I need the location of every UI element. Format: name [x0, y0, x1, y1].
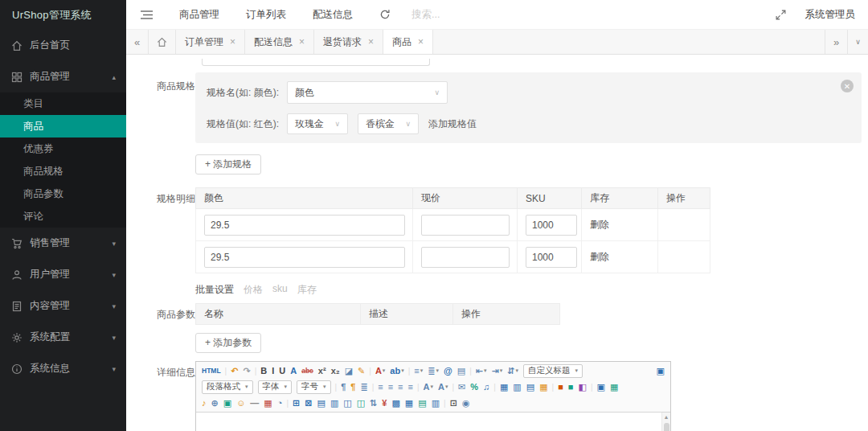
insert-col-icon[interactable]: ▥: [328, 396, 341, 410]
font-color-icon[interactable]: A▾: [373, 363, 387, 378]
topbar-menu-item-1[interactable]: 商品管理: [179, 8, 219, 22]
time-icon[interactable]: ◔: [275, 396, 285, 410]
close-icon[interactable]: ×: [230, 37, 235, 47]
audio-icon[interactable]: ♫: [481, 380, 492, 394]
align-left-icon[interactable]: ≡: [375, 380, 385, 394]
tab-3[interactable]: 退货请求×: [314, 30, 383, 54]
strikethrough-icon[interactable]: abc: [299, 363, 316, 378]
home-tab[interactable]: [149, 30, 176, 54]
refresh-icon[interactable]: [379, 9, 391, 20]
insert-row-icon[interactable]: ▤: [314, 396, 327, 410]
fullscreen-editor-icon[interactable]: ▣: [654, 363, 667, 378]
editor-scrollbar[interactable]: ▲: [661, 413, 670, 431]
topbar-menu-item-2[interactable]: 订单列表: [246, 8, 286, 22]
sidebar-subitem-5[interactable]: 商品参数: [0, 183, 126, 205]
sku-input[interactable]: [526, 247, 577, 268]
sidebar-item-7[interactable]: 系统信息▾: [0, 353, 126, 384]
tab-2[interactable]: 配送信息×: [245, 30, 314, 54]
italic-icon[interactable]: I: [269, 363, 276, 378]
eraser-icon[interactable]: ◪: [342, 363, 355, 378]
search-input[interactable]: [411, 9, 532, 20]
line-height-icon[interactable]: ⇵▾: [505, 363, 521, 378]
sidebar-subitem-6[interactable]: 评论: [0, 205, 126, 228]
font-family-dropdown[interactable]: 字体▾: [258, 380, 293, 394]
rtl-paragraph-icon[interactable]: ¶: [348, 380, 358, 394]
table-style-icon-3[interactable]: ▤: [416, 396, 428, 410]
sku-input[interactable]: [526, 215, 577, 236]
add-spec-value-link[interactable]: 添加规格值: [428, 117, 477, 131]
letter-spacing-icon[interactable]: A▾: [421, 380, 436, 394]
tabs-scroll-left[interactable]: «: [126, 30, 149, 54]
map-icon[interactable]: ■: [555, 380, 566, 394]
batch-link-3[interactable]: 库存: [297, 283, 317, 297]
page-break-icon[interactable]: ▤: [455, 363, 468, 378]
sidebar-subitem-2[interactable]: 商品: [0, 115, 126, 138]
topbar-menu-item-3[interactable]: 配送信息: [313, 8, 353, 22]
table-merge-icon[interactable]: ▦: [537, 380, 550, 394]
close-icon[interactable]: ×: [368, 37, 374, 47]
highlight-color-icon[interactable]: ab▾: [387, 363, 406, 378]
source-icon[interactable]: HTML: [199, 363, 223, 378]
redo-icon[interactable]: ↷: [240, 363, 252, 378]
subscript-icon[interactable]: x₂: [329, 363, 342, 378]
align-justify-icon[interactable]: ≡: [406, 380, 416, 394]
admin-user-menu[interactable]: 系统管理员: [805, 8, 856, 22]
delete-table-icon[interactable]: ⊠: [302, 396, 314, 410]
menu-toggle-icon[interactable]: [141, 10, 153, 20]
batch-link-1[interactable]: 价格: [244, 283, 263, 297]
tab-1[interactable]: 订单管理×: [176, 30, 245, 54]
music-icon[interactable]: ♪: [199, 396, 209, 410]
add-spec-button[interactable]: + 添加规格: [195, 154, 261, 174]
scroll-up-icon[interactable]: ▲: [662, 413, 670, 421]
price-input[interactable]: [421, 247, 510, 268]
scrollbar-thumb[interactable]: [664, 423, 669, 431]
table-style-icon-4[interactable]: ▥: [429, 396, 442, 410]
image-manager-icon[interactable]: ◧: [575, 380, 588, 394]
ltr-paragraph-icon[interactable]: ¶: [338, 380, 348, 394]
chart-icon[interactable]: ▦: [608, 380, 620, 394]
sidebar-subitem-1[interactable]: 类目: [0, 92, 126, 115]
sidebar-item-1[interactable]: 后台首页: [0, 30, 126, 61]
color-input[interactable]: [204, 215, 405, 236]
add-param-button[interactable]: + 添加参数: [195, 333, 261, 353]
font-border-icon[interactable]: A: [288, 363, 299, 378]
anchor-icon[interactable]: @: [441, 363, 455, 378]
color-input[interactable]: [204, 247, 405, 268]
table-style-icon-1[interactable]: ▩: [389, 396, 402, 410]
delete-link[interactable]: 删除: [590, 219, 609, 230]
fullscreen-icon[interactable]: [776, 10, 786, 20]
undo-icon[interactable]: ↶: [228, 363, 240, 378]
sidebar-item-3[interactable]: 销售管理▾: [0, 228, 126, 259]
spec-name-select[interactable]: 颜色 ∨: [287, 81, 448, 104]
word-spacing-icon[interactable]: A▾: [436, 380, 450, 394]
price-input[interactable]: [421, 215, 510, 236]
indent-icon[interactable]: ⇤▾: [473, 363, 489, 378]
font-size-dropdown[interactable]: 字号▾: [297, 380, 331, 394]
spec-value-select-2[interactable]: 香槟金∨: [358, 113, 419, 134]
split-cells-icon[interactable]: ◫: [354, 396, 367, 410]
close-icon[interactable]: ×: [418, 37, 424, 47]
bold-icon[interactable]: B: [258, 363, 269, 378]
table-row-icon[interactable]: ▥: [510, 380, 523, 394]
sidebar-item-6[interactable]: 系统配置▾: [0, 322, 126, 353]
spec-value-select-1[interactable]: 玫瑰金∨: [287, 113, 348, 134]
custom-heading-dropdown[interactable]: 自定义标题▾: [523, 364, 583, 378]
insert-table-icon[interactable]: ⊞: [290, 396, 302, 410]
blockquote-icon[interactable]: ≣: [358, 380, 370, 394]
underline-icon[interactable]: U: [276, 363, 288, 378]
search-replace-icon[interactable]: ◉: [460, 396, 473, 410]
ordered-list-icon[interactable]: ≡▾: [411, 363, 425, 378]
delete-link[interactable]: 删除: [590, 251, 609, 262]
paragraph-format-dropdown[interactable]: 段落格式▾: [202, 380, 253, 394]
sidebar-subitem-4[interactable]: 商品规格: [0, 160, 126, 183]
print-icon[interactable]: ⊡: [448, 396, 460, 410]
sidebar-subitem-3[interactable]: 优惠券: [0, 138, 126, 160]
batch-link-2[interactable]: sku: [272, 283, 288, 297]
sort-table-icon[interactable]: ⇅: [367, 396, 379, 410]
superscript-icon[interactable]: x²: [316, 363, 329, 378]
tab-4[interactable]: 商品×: [383, 30, 433, 54]
percent-icon[interactable]: %: [468, 380, 481, 394]
unordered-list-icon[interactable]: ≣▾: [425, 363, 441, 378]
table-col-icon[interactable]: ▤: [524, 380, 537, 394]
tabs-scroll-right[interactable]: »: [825, 30, 847, 54]
